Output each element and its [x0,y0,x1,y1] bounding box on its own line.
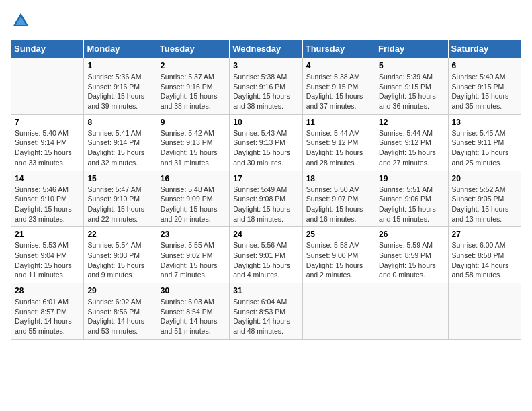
logo [11,11,34,31]
day-info: Sunrise: 5:59 AM Sunset: 8:59 PM Dayligh… [379,240,444,280]
day-number: 7 [15,118,80,127]
day-cell: 27Sunrise: 6:00 AM Sunset: 8:58 PM Dayli… [448,227,521,283]
column-header-sunday: Sunday [11,40,84,58]
day-number: 15 [87,174,152,183]
day-cell: 31Sunrise: 6:04 AM Sunset: 8:53 PM Dayli… [230,283,302,340]
column-header-friday: Friday [375,40,448,58]
day-info: Sunrise: 5:45 AM Sunset: 9:11 PM Dayligh… [452,128,517,168]
day-info: Sunrise: 5:43 AM Sunset: 9:13 PM Dayligh… [233,128,298,168]
day-number: 5 [379,61,444,71]
day-cell: 13Sunrise: 5:45 AM Sunset: 9:11 PM Dayli… [448,114,521,171]
column-header-wednesday: Wednesday [230,40,302,58]
day-number: 16 [161,174,226,183]
day-cell [302,283,375,340]
day-number: 31 [233,286,298,295]
day-info: Sunrise: 5:51 AM Sunset: 9:06 PM Dayligh… [379,185,444,224]
day-number: 10 [233,118,298,127]
day-number: 11 [306,118,371,127]
calendar-table: SundayMondayTuesdayWednesdayThursdayFrid… [11,39,521,340]
day-cell: 5Sunrise: 5:39 AM Sunset: 9:15 PM Daylig… [375,58,448,115]
day-number: 24 [233,230,298,239]
day-info: Sunrise: 6:00 AM Sunset: 8:58 PM Dayligh… [452,240,517,280]
day-number: 27 [452,230,517,239]
day-number: 12 [379,118,444,127]
day-cell: 18Sunrise: 5:50 AM Sunset: 9:07 PM Dayli… [302,171,375,227]
header [11,11,521,31]
day-number: 22 [87,230,152,239]
day-cell: 24Sunrise: 5:56 AM Sunset: 9:01 PM Dayli… [230,227,302,283]
day-cell: 28Sunrise: 6:01 AM Sunset: 8:57 PM Dayli… [11,283,84,340]
day-cell [375,283,448,340]
day-cell: 3Sunrise: 5:38 AM Sunset: 9:16 PM Daylig… [230,58,302,115]
day-info: Sunrise: 6:04 AM Sunset: 8:53 PM Dayligh… [233,297,298,336]
day-info: Sunrise: 5:55 AM Sunset: 9:02 PM Dayligh… [161,240,226,280]
day-number: 26 [379,230,444,239]
day-info: Sunrise: 5:44 AM Sunset: 9:12 PM Dayligh… [306,128,371,168]
day-number: 19 [379,174,444,183]
day-info: Sunrise: 5:37 AM Sunset: 9:16 PM Dayligh… [161,72,226,111]
week-row-5: 28Sunrise: 6:01 AM Sunset: 8:57 PM Dayli… [11,283,521,340]
day-cell: 8Sunrise: 5:41 AM Sunset: 9:14 PM Daylig… [84,114,157,171]
day-cell: 25Sunrise: 5:58 AM Sunset: 9:00 PM Dayli… [302,227,375,283]
day-info: Sunrise: 5:39 AM Sunset: 9:15 PM Dayligh… [379,72,444,111]
day-number: 29 [87,286,152,295]
day-info: Sunrise: 5:49 AM Sunset: 9:08 PM Dayligh… [233,185,298,224]
day-cell: 6Sunrise: 5:40 AM Sunset: 9:15 PM Daylig… [448,58,521,115]
day-info: Sunrise: 5:40 AM Sunset: 9:15 PM Dayligh… [452,72,517,111]
day-number: 18 [306,174,371,183]
day-number: 25 [306,230,371,239]
day-cell: 20Sunrise: 5:52 AM Sunset: 9:05 PM Dayli… [448,171,521,227]
day-number: 3 [233,61,298,71]
day-info: Sunrise: 5:40 AM Sunset: 9:14 PM Dayligh… [15,128,80,168]
day-cell: 7Sunrise: 5:40 AM Sunset: 9:14 PM Daylig… [11,114,84,171]
day-number: 28 [15,286,80,295]
week-row-4: 21Sunrise: 5:53 AM Sunset: 9:04 PM Dayli… [11,227,521,283]
day-cell: 21Sunrise: 5:53 AM Sunset: 9:04 PM Dayli… [11,227,84,283]
day-number: 14 [15,174,80,183]
day-cell: 23Sunrise: 5:55 AM Sunset: 9:02 PM Dayli… [157,227,229,283]
day-cell: 19Sunrise: 5:51 AM Sunset: 9:06 PM Dayli… [375,171,448,227]
day-number: 21 [15,230,80,239]
day-info: Sunrise: 5:50 AM Sunset: 9:07 PM Dayligh… [306,185,371,224]
day-number: 30 [161,286,226,295]
day-cell [448,283,521,340]
day-info: Sunrise: 5:46 AM Sunset: 9:10 PM Dayligh… [15,185,80,224]
day-info: Sunrise: 5:56 AM Sunset: 9:01 PM Dayligh… [233,240,298,280]
day-info: Sunrise: 5:58 AM Sunset: 9:00 PM Dayligh… [306,240,371,280]
day-cell: 12Sunrise: 5:44 AM Sunset: 9:12 PM Dayli… [375,114,448,171]
day-number: 20 [452,174,517,183]
column-header-tuesday: Tuesday [157,40,229,58]
day-info: Sunrise: 6:02 AM Sunset: 8:56 PM Dayligh… [87,297,152,336]
day-number: 2 [161,61,226,71]
day-info: Sunrise: 5:38 AM Sunset: 9:16 PM Dayligh… [233,72,298,111]
day-number: 17 [233,174,298,183]
day-cell: 29Sunrise: 6:02 AM Sunset: 8:56 PM Dayli… [84,283,157,340]
day-cell: 11Sunrise: 5:44 AM Sunset: 9:12 PM Dayli… [302,114,375,171]
header-row: SundayMondayTuesdayWednesdayThursdayFrid… [11,40,521,58]
day-cell: 1Sunrise: 5:36 AM Sunset: 9:16 PM Daylig… [84,58,157,115]
day-number: 8 [87,118,152,127]
column-header-thursday: Thursday [302,40,375,58]
day-info: Sunrise: 5:48 AM Sunset: 9:09 PM Dayligh… [161,185,226,224]
day-info: Sunrise: 5:41 AM Sunset: 9:14 PM Dayligh… [87,128,152,168]
week-row-3: 14Sunrise: 5:46 AM Sunset: 9:10 PM Dayli… [11,171,521,227]
day-cell: 14Sunrise: 5:46 AM Sunset: 9:10 PM Dayli… [11,171,84,227]
day-info: Sunrise: 5:52 AM Sunset: 9:05 PM Dayligh… [452,185,517,224]
day-cell: 2Sunrise: 5:37 AM Sunset: 9:16 PM Daylig… [157,58,229,115]
column-header-monday: Monday [84,40,157,58]
day-number: 1 [87,61,152,71]
day-info: Sunrise: 6:03 AM Sunset: 8:54 PM Dayligh… [161,297,226,336]
day-info: Sunrise: 5:54 AM Sunset: 9:03 PM Dayligh… [87,240,152,280]
day-cell: 22Sunrise: 5:54 AM Sunset: 9:03 PM Dayli… [84,227,157,283]
day-number: 13 [452,118,517,127]
day-cell: 17Sunrise: 5:49 AM Sunset: 9:08 PM Dayli… [230,171,302,227]
day-info: Sunrise: 5:53 AM Sunset: 9:04 PM Dayligh… [15,240,80,280]
logo-icon [11,11,31,31]
column-header-saturday: Saturday [448,40,521,58]
day-number: 23 [161,230,226,239]
day-info: Sunrise: 6:01 AM Sunset: 8:57 PM Dayligh… [15,297,80,336]
day-cell: 9Sunrise: 5:42 AM Sunset: 9:13 PM Daylig… [157,114,229,171]
day-cell: 15Sunrise: 5:47 AM Sunset: 9:10 PM Dayli… [84,171,157,227]
day-info: Sunrise: 5:38 AM Sunset: 9:15 PM Dayligh… [306,72,371,111]
day-number: 9 [161,118,226,127]
